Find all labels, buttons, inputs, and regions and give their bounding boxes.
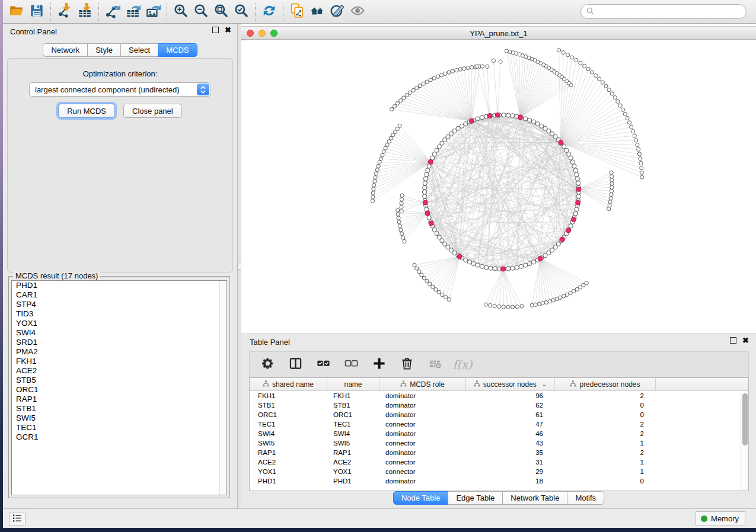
search-box[interactable] bbox=[580, 4, 747, 19]
clone-network-button[interactable] bbox=[287, 2, 307, 21]
mcds-result-item[interactable]: TEC1 bbox=[12, 423, 227, 432]
close-table-panel-icon[interactable]: ✖ bbox=[742, 337, 749, 344]
table-row[interactable]: TEC1TEC1connector472 bbox=[250, 419, 748, 429]
close-panel-icon[interactable]: ✖ bbox=[225, 27, 231, 33]
tab-motifs[interactable]: Motifs bbox=[567, 491, 604, 505]
mcds-result-item[interactable]: PMA2 bbox=[12, 347, 227, 357]
tab-edge-table[interactable]: Edge Table bbox=[448, 491, 503, 505]
export-image-button[interactable] bbox=[143, 2, 163, 21]
mcds-result-item[interactable]: ORC1 bbox=[12, 385, 227, 395]
table-row[interactable]: SWI5SWI5connector431 bbox=[250, 438, 748, 448]
cell: dominator bbox=[379, 411, 466, 418]
memory-label: Memory bbox=[711, 514, 739, 523]
deselect-all-rows-button[interactable] bbox=[344, 357, 358, 371]
tab-mcds[interactable]: MCDS bbox=[158, 43, 197, 57]
mcds-result-item[interactable]: SWI5 bbox=[12, 414, 227, 423]
mcds-result-item[interactable]: SRD1 bbox=[12, 338, 227, 347]
column-header-name[interactable]: name bbox=[327, 378, 379, 390]
cell: 2 bbox=[555, 449, 656, 456]
close-panel-button[interactable]: Close panel bbox=[123, 104, 182, 118]
import-network-icon bbox=[57, 3, 72, 20]
mcds-result-item[interactable]: RAP1 bbox=[12, 395, 227, 404]
table-row[interactable]: ORC1ORC1dominator610 bbox=[250, 410, 748, 419]
export-table-button[interactable] bbox=[123, 2, 143, 21]
mcds-result-list[interactable]: PHD1CAR1STP4TID3YOX1SWI4SRD1PMA2FKH1ACE2… bbox=[11, 280, 227, 495]
table-row[interactable]: STB1STB1dominator620 bbox=[250, 400, 748, 410]
mcds-result-item[interactable]: FKH1 bbox=[12, 357, 227, 366]
task-history-button[interactable] bbox=[9, 512, 25, 525]
select-all-rows-button[interactable] bbox=[316, 357, 330, 371]
column-header-shared-name[interactable]: shared name bbox=[250, 378, 327, 390]
cell: dominator bbox=[379, 477, 466, 485]
column-header-filler bbox=[656, 378, 748, 390]
zoom-selected-button[interactable] bbox=[231, 2, 251, 21]
open-file-button[interactable] bbox=[7, 2, 27, 21]
mcds-result-item[interactable]: ACE2 bbox=[12, 366, 227, 376]
cell: dominator bbox=[379, 449, 466, 456]
mcds-result-item[interactable]: CAR1 bbox=[12, 290, 227, 300]
delete-columns-button[interactable] bbox=[400, 357, 414, 371]
cell: 47 bbox=[466, 421, 555, 428]
memory-button[interactable]: Memory bbox=[696, 511, 745, 526]
mcds-result-item[interactable]: STB5 bbox=[12, 376, 227, 385]
mcds-result-item[interactable]: GCR1 bbox=[12, 432, 227, 442]
add-column-button[interactable] bbox=[372, 357, 386, 371]
table-row[interactable]: FKH1FKH1dominator962 bbox=[250, 391, 748, 400]
run-mcds-button[interactable]: Run MCDS bbox=[58, 104, 115, 118]
tab-node-table[interactable]: Node Table bbox=[393, 491, 449, 505]
column-label: shared name bbox=[272, 380, 314, 389]
column-header-MCDS-role[interactable]: MCDS role bbox=[379, 378, 466, 390]
zoom-out-button[interactable] bbox=[191, 2, 211, 21]
format-columns-button[interactable] bbox=[288, 357, 302, 371]
import-network-button[interactable] bbox=[55, 2, 75, 21]
table-row[interactable]: YOX1YOX1connector291 bbox=[250, 467, 748, 476]
column-header-successor-nodes[interactable]: successor nodes⌄ bbox=[466, 378, 555, 390]
cell: connector bbox=[379, 440, 466, 447]
mcds-result-item[interactable]: TID3 bbox=[12, 309, 227, 319]
cell: 29 bbox=[466, 468, 555, 475]
table-row[interactable]: SWI4SWI4dominator462 bbox=[250, 429, 748, 438]
search-input[interactable] bbox=[595, 6, 746, 18]
tab-network-table[interactable]: Network Table bbox=[502, 491, 567, 505]
toggle-graphics-details-icon bbox=[330, 3, 345, 20]
mcds-result-item[interactable]: SWI4 bbox=[12, 328, 227, 338]
selected-option-label: largest connected component (undirected) bbox=[30, 85, 197, 94]
zoom-fit-button[interactable] bbox=[211, 2, 231, 21]
zoom-selected-icon bbox=[234, 3, 249, 20]
result-list-scrollbar[interactable] bbox=[219, 281, 227, 495]
network-graph[interactable] bbox=[241, 40, 756, 333]
save-session-button[interactable] bbox=[27, 2, 47, 21]
cell: RAP1 bbox=[327, 449, 379, 456]
column-label: name bbox=[344, 380, 362, 389]
cell: TEC1 bbox=[327, 421, 379, 428]
mcds-result-item[interactable]: PHD1 bbox=[12, 281, 227, 290]
cell: connector bbox=[379, 468, 466, 475]
optimization-criterion-select[interactable]: largest connected component (undirected) bbox=[29, 82, 211, 97]
tab-network[interactable]: Network bbox=[43, 43, 88, 57]
column-header-predecessor-nodes[interactable]: predecessor nodes bbox=[555, 378, 656, 390]
export-network-button[interactable] bbox=[103, 2, 123, 21]
cell: 18 bbox=[466, 477, 555, 485]
mcds-result-item[interactable]: YOX1 bbox=[12, 319, 227, 328]
show-all-button[interactable] bbox=[307, 2, 327, 21]
mcds-result-item[interactable]: STP4 bbox=[12, 300, 227, 309]
cell: 31 bbox=[466, 459, 555, 466]
apply-layout-button[interactable] bbox=[259, 2, 279, 21]
mcds-result-item[interactable]: STB1 bbox=[12, 404, 227, 414]
table-settings-button[interactable] bbox=[260, 357, 275, 371]
import-table-button[interactable] bbox=[75, 2, 95, 21]
table-panel: Table Panel ✖ f(x) shared namenameMCDS r… bbox=[241, 334, 756, 508]
network-canvas[interactable] bbox=[241, 40, 756, 334]
float-panel-icon[interactable] bbox=[212, 27, 219, 33]
toggle-graphics-details-button[interactable] bbox=[327, 2, 347, 21]
tab-select[interactable]: Select bbox=[120, 43, 158, 57]
table-scrollbar-thumb[interactable] bbox=[742, 393, 748, 446]
show-hidden-button[interactable] bbox=[347, 2, 368, 21]
table-scrollbar[interactable] bbox=[741, 391, 748, 491]
float-table-panel-icon[interactable] bbox=[730, 337, 736, 344]
tab-style[interactable]: Style bbox=[87, 43, 121, 57]
table-row[interactable]: RAP1RAP1dominator352 bbox=[250, 448, 748, 457]
table-row[interactable]: PHD1PHD1dominator180 bbox=[250, 476, 748, 486]
table-row[interactable]: ACE2ACE2connector311 bbox=[250, 457, 748, 467]
zoom-in-button[interactable] bbox=[171, 2, 191, 21]
